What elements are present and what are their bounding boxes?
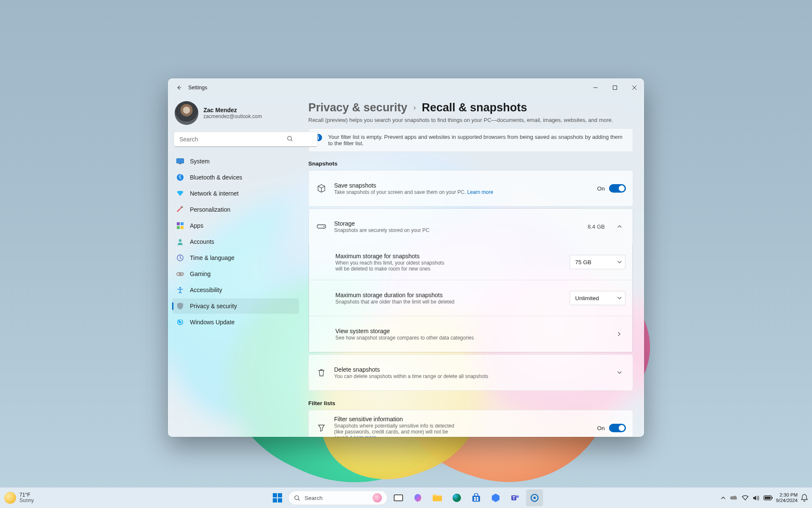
sidebar-item-label: Bluetooth & devices	[190, 174, 242, 181]
sidebar-item-windows-update[interactable]: Windows Update	[172, 315, 299, 330]
max-storage-row: Maximum storage for snapshots When you r…	[309, 244, 632, 280]
store-button[interactable]	[468, 489, 485, 506]
svg-rect-48	[772, 497, 773, 499]
sidebar-item-system[interactable]: System	[172, 154, 299, 169]
svg-rect-28	[278, 493, 282, 497]
svg-rect-2	[177, 159, 184, 163]
task-view-button[interactable]	[390, 489, 407, 506]
sidebar-item-time-language[interactable]: Time & language	[172, 250, 299, 265]
sidebar-item-gaming[interactable]: Gaming	[172, 266, 299, 282]
chevron-right-icon: ›	[413, 103, 416, 112]
max-storage-sub: When you reach this limit, your oldest s…	[335, 260, 446, 272]
svg-rect-47	[765, 497, 771, 499]
arrow-left-icon	[176, 85, 182, 91]
sidebar-item-privacy-security[interactable]: Privacy & security	[172, 298, 299, 314]
word-button[interactable]	[487, 489, 504, 506]
display-icon	[176, 157, 184, 165]
minimize-icon	[593, 86, 598, 90]
storage-sub: Snapshots are securely stored on your PC	[334, 227, 581, 233]
accessibility-icon	[176, 286, 184, 294]
titlebar[interactable]: Settings	[168, 78, 644, 97]
sidebar-item-label: Accounts	[190, 238, 214, 245]
search-box[interactable]	[174, 132, 297, 147]
speaker-icon[interactable]	[753, 495, 759, 501]
search-highlight-icon	[373, 493, 382, 502]
copilot-icon	[413, 493, 422, 502]
chevron-up-icon[interactable]	[721, 495, 726, 500]
shield-icon	[176, 302, 184, 310]
sidebar-item-personalization[interactable]: Personalization	[172, 202, 299, 217]
desktop: Settings Zac Mendez zacmendez@outlook.co…	[0, 0, 812, 508]
toggle-label: On	[597, 185, 605, 192]
storage-value: 8.4 GB	[588, 224, 605, 230]
storage-icon	[315, 224, 327, 229]
sidebar-item-label: Personalization	[190, 206, 230, 213]
copilot-button[interactable]	[409, 489, 426, 506]
window-title: Settings	[188, 85, 207, 91]
delete-snapshots-card[interactable]: Delete snapshots You can delete snapshot…	[308, 354, 633, 391]
sidebar-item-label: Privacy & security	[190, 303, 237, 309]
taskbar-center: Search T	[269, 489, 543, 506]
paintbrush-icon	[176, 206, 184, 213]
svg-rect-38	[477, 497, 478, 499]
sidebar-item-label: Windows Update	[190, 319, 235, 326]
profile[interactable]: Zac Mendez zacmendez@outlook.com	[172, 99, 299, 131]
maximize-button[interactable]	[605, 81, 625, 94]
wifi-tray-icon[interactable]	[742, 495, 749, 500]
taskbar-clock[interactable]: 2:30 PM 9/24/2024	[776, 492, 798, 503]
svg-rect-40	[477, 499, 478, 501]
breadcrumb-parent[interactable]: Privacy & security	[308, 101, 407, 114]
notifications-icon[interactable]	[801, 494, 808, 502]
sidebar-item-apps[interactable]: Apps	[172, 218, 299, 233]
svg-rect-7	[181, 222, 184, 225]
onedrive-icon[interactable]	[730, 495, 738, 500]
profile-name: Zac Mendez	[203, 107, 262, 113]
max-duration-sub: Snapshots that are older than the limit …	[335, 299, 563, 305]
settings-taskbar-button[interactable]	[526, 489, 543, 506]
sidebar-item-network[interactable]: Network & internet	[172, 186, 299, 201]
content: Privacy & security › Recall & snapshots …	[303, 97, 644, 437]
max-storage-select[interactable]: 75 GB	[570, 255, 625, 269]
sidebar-item-accounts[interactable]: Accounts	[172, 234, 299, 249]
svg-rect-37	[474, 497, 476, 499]
taskbar-search[interactable]: Search	[288, 491, 387, 505]
view-system-storage-row[interactable]: View system storage See how snapshot sto…	[309, 316, 632, 352]
search-input[interactable]	[174, 132, 318, 147]
start-button[interactable]	[269, 489, 286, 506]
minimize-button[interactable]	[586, 81, 605, 94]
page-description: Recall (preview) helps you search your s…	[308, 117, 633, 123]
edge-button[interactable]	[448, 489, 465, 506]
filter-sensitive-toggle[interactable]	[609, 424, 626, 432]
teams-button[interactable]: T	[507, 489, 524, 506]
svg-rect-36	[472, 496, 480, 502]
profile-email: zacmendez@outlook.com	[203, 113, 262, 119]
learn-more-link[interactable]: Learn more	[467, 189, 493, 195]
close-button[interactable]	[625, 81, 644, 94]
windows-icon	[273, 493, 282, 502]
svg-rect-39	[474, 499, 476, 501]
svg-point-21	[324, 226, 324, 227]
explorer-button[interactable]	[429, 489, 446, 506]
section-header-filter: Filter lists	[308, 400, 633, 406]
chevron-down-icon	[617, 296, 622, 300]
clock-time: 2:30 PM	[776, 492, 798, 498]
filter-sensitive-card: Filter sensitive information Snapshots w…	[308, 410, 633, 437]
sidebar-item-accessibility[interactable]: Accessibility	[172, 282, 299, 298]
maximize-icon	[613, 86, 617, 90]
save-sub: Take snapshots of your screen and save t…	[334, 189, 467, 195]
sys-storage-sub: See how snapshot storage compares to oth…	[335, 335, 606, 341]
save-snapshots-toggle[interactable]	[609, 184, 626, 193]
back-button[interactable]	[171, 80, 187, 95]
battery-icon[interactable]	[763, 495, 773, 500]
storage-header-row[interactable]: Storage Snapshots are securely stored on…	[309, 209, 633, 244]
taskbar[interactable]: 71°F Sunny Search T	[0, 487, 812, 508]
tray[interactable]	[721, 495, 773, 501]
sidebar-item-bluetooth[interactable]: Bluetooth & devices	[172, 170, 299, 185]
storage-expander: Storage Snapshots are securely stored on…	[308, 208, 633, 353]
taskbar-weather[interactable]: 71°F Sunny	[4, 492, 34, 504]
update-icon	[176, 318, 184, 326]
settings-window: Settings Zac Mendez zacmendez@outlook.co…	[168, 78, 644, 437]
max-duration-select[interactable]: Unlimited	[570, 291, 625, 305]
wifi-icon	[176, 190, 184, 197]
learn-more-link[interactable]: Learn more	[351, 435, 376, 437]
